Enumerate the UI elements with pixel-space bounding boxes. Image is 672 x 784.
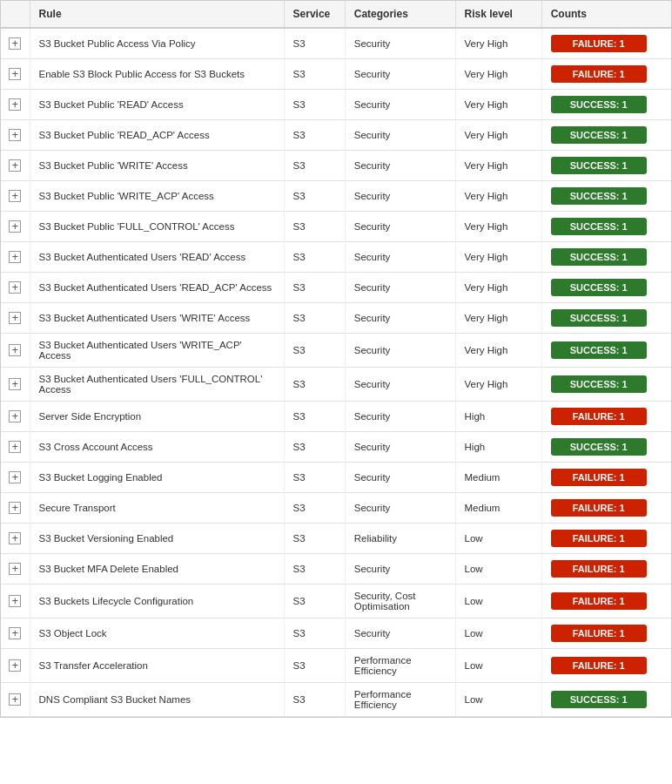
status-badge: SUCCESS: 1 [551, 375, 647, 393]
counts-cell: FAILURE: 1 [541, 524, 671, 554]
counts-cell: SUCCESS: 1 [541, 90, 671, 120]
expand-icon[interactable]: + [9, 441, 21, 453]
expand-cell[interactable]: + [1, 151, 30, 181]
counts-cell: SUCCESS: 1 [541, 181, 671, 212]
expand-icon[interactable]: + [9, 98, 21, 111]
expand-cell[interactable]: + [1, 683, 30, 717]
expand-cell[interactable]: + [1, 59, 30, 90]
table-row: +S3 Bucket Public Access Via PolicyS3Sec… [1, 28, 671, 59]
status-badge: SUCCESS: 1 [551, 248, 647, 266]
service-cell: S3 [284, 402, 345, 432]
counts-cell: SUCCESS: 1 [541, 151, 671, 181]
expand-cell[interactable]: + [1, 618, 30, 649]
rule-cell: S3 Buckets Lifecycle Configuration [30, 585, 284, 618]
rule-cell: S3 Bucket Logging Enabled [30, 463, 284, 493]
table-row: +DNS Compliant S3 Bucket NamesS3Performa… [1, 683, 671, 717]
table-row: +S3 Bucket Authenticated Users 'WRITE_AC… [1, 334, 671, 368]
categories-cell: Security [345, 181, 455, 212]
counts-cell: FAILURE: 1 [541, 402, 671, 432]
status-badge: FAILURE: 1 [551, 530, 647, 547]
expand-icon[interactable]: + [9, 312, 21, 324]
expand-cell[interactable]: + [1, 524, 30, 554]
categories-cell: Security [345, 618, 455, 649]
expand-icon[interactable]: + [9, 37, 21, 50]
expand-cell[interactable]: + [1, 273, 30, 303]
counts-cell: FAILURE: 1 [541, 554, 671, 585]
expand-cell[interactable]: + [1, 493, 30, 524]
expand-icon[interactable]: + [9, 344, 21, 356]
categories-cell: Security [345, 242, 455, 273]
expand-icon[interactable]: + [9, 129, 21, 141]
service-cell: S3 [284, 212, 345, 242]
rule-cell: S3 Bucket Public 'WRITE_ACP' Access [30, 181, 284, 212]
counts-cell: FAILURE: 1 [541, 59, 671, 90]
service-cell: S3 [284, 242, 345, 273]
status-badge: FAILURE: 1 [551, 560, 647, 578]
risk-cell: Very High [455, 151, 541, 181]
expand-cell[interactable]: + [1, 242, 30, 273]
table-body: +S3 Bucket Public Access Via PolicyS3Sec… [1, 28, 671, 717]
expand-cell[interactable]: + [1, 402, 30, 432]
rule-cell: S3 Bucket MFA Delete Enabled [30, 554, 284, 585]
counts-cell: SUCCESS: 1 [541, 212, 671, 242]
expand-icon[interactable]: + [9, 659, 21, 672]
risk-cell: Very High [455, 273, 541, 303]
status-badge: FAILURE: 1 [551, 592, 647, 610]
service-cell: S3 [284, 334, 345, 368]
status-badge: FAILURE: 1 [551, 625, 647, 642]
expand-icon[interactable]: + [9, 68, 21, 80]
expand-cell[interactable]: + [1, 554, 30, 585]
expand-icon[interactable]: + [9, 627, 21, 639]
counts-cell: SUCCESS: 1 [541, 432, 671, 463]
service-cell: S3 [284, 683, 345, 717]
risk-cell: Low [455, 649, 541, 683]
status-badge: SUCCESS: 1 [551, 218, 647, 235]
expand-cell[interactable]: + [1, 303, 30, 334]
table-header-row: Rule Service Categories Risk level Count… [1, 1, 671, 28]
expand-icon[interactable]: + [9, 378, 21, 390]
categories-cell: Security [345, 368, 455, 402]
expand-cell[interactable]: + [1, 90, 30, 120]
expand-cell[interactable]: + [1, 649, 30, 683]
expand-icon[interactable]: + [9, 471, 21, 483]
expand-cell[interactable]: + [1, 28, 30, 59]
risk-cell: Low [455, 554, 541, 585]
risk-cell: Low [455, 683, 541, 717]
expand-icon[interactable]: + [9, 502, 21, 514]
risk-cell: Very High [455, 59, 541, 90]
table-row: +S3 Bucket Versioning EnabledS3Reliabili… [1, 524, 671, 554]
expand-cell[interactable]: + [1, 181, 30, 212]
table-row: +S3 Transfer AccelerationS3Performance E… [1, 649, 671, 683]
rule-cell: S3 Bucket Authenticated Users 'READ_ACP'… [30, 273, 284, 303]
expand-cell[interactable]: + [1, 585, 30, 618]
risk-cell: Medium [455, 463, 541, 493]
status-badge: FAILURE: 1 [551, 499, 647, 517]
status-badge: FAILURE: 1 [551, 65, 647, 83]
service-cell: S3 [284, 493, 345, 524]
expand-cell[interactable]: + [1, 432, 30, 463]
rule-cell: S3 Bucket Versioning Enabled [30, 524, 284, 554]
expand-icon[interactable]: + [9, 251, 21, 263]
expand-cell[interactable]: + [1, 368, 30, 402]
expand-icon[interactable]: + [9, 159, 21, 172]
expand-cell[interactable]: + [1, 463, 30, 493]
expand-icon[interactable]: + [9, 220, 21, 233]
expand-cell[interactable]: + [1, 334, 30, 368]
expand-icon[interactable]: + [9, 595, 21, 607]
rule-cell: S3 Bucket Public 'WRITE' Access [30, 151, 284, 181]
rule-cell: S3 Bucket Authenticated Users 'READ' Acc… [30, 242, 284, 273]
risk-cell: Very High [455, 212, 541, 242]
expand-icon[interactable]: + [9, 190, 21, 202]
risk-cell: Medium [455, 493, 541, 524]
counts-cell: SUCCESS: 1 [541, 273, 671, 303]
expand-icon[interactable]: + [9, 532, 21, 544]
expand-icon[interactable]: + [9, 410, 21, 422]
expand-icon[interactable]: + [9, 281, 21, 294]
expand-cell[interactable]: + [1, 120, 30, 151]
risk-cell: Very High [455, 334, 541, 368]
expand-icon[interactable]: + [9, 563, 21, 575]
expand-cell[interactable]: + [1, 212, 30, 242]
status-badge: SUCCESS: 1 [551, 96, 647, 113]
header-rule: Rule [30, 1, 284, 28]
expand-icon[interactable]: + [9, 693, 21, 706]
